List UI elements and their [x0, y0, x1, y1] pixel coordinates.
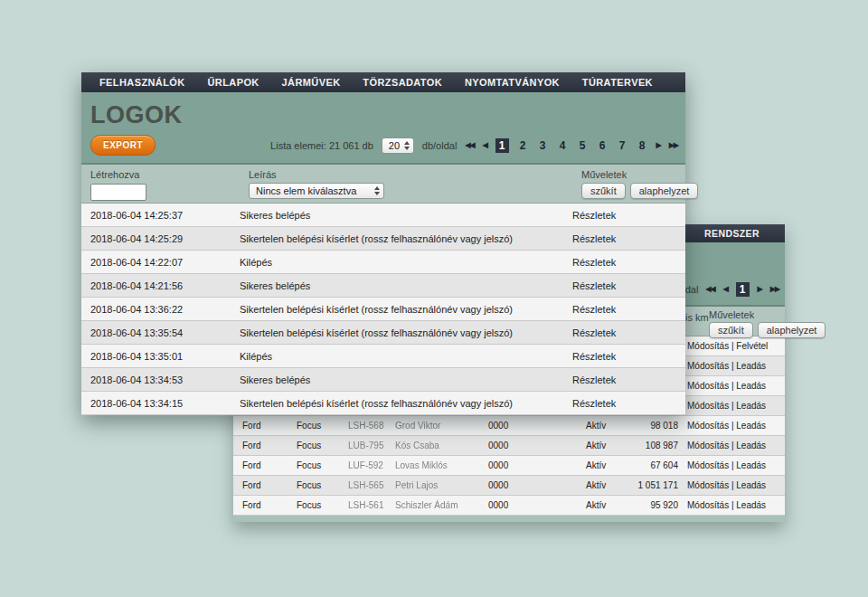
table-row: FordFocusLUB-795Kós Csaba0000Aktív108 98… — [233, 436, 785, 456]
row-action-link[interactable]: Módosítás | Leadás — [678, 500, 785, 510]
row-action-link[interactable]: Módosítás | Leadás — [678, 381, 785, 391]
per-page-label: db/oldal — [422, 140, 458, 151]
header-controls: EXPORT Lista elemei: 21 061 db 20 db/old… — [81, 135, 685, 156]
code-cell: 0000 — [488, 500, 586, 510]
created-cell: 2018-06-04 14:25:29 — [81, 233, 240, 244]
back-filter-actions: Műveletek szűkít alaphelyzet — [709, 309, 826, 338]
code-cell: 0000 — [488, 460, 586, 470]
created-cell: 2018-06-04 14:25:37 — [81, 210, 240, 221]
model-cell: Focus — [297, 480, 348, 490]
table-row: FordFocusLSH-565Petri Lajos0000Aktív1 05… — [233, 476, 785, 496]
table-row: 2018-06-04 13:34:53Sikeres belépésRészle… — [81, 368, 685, 392]
created-cell: 2018-06-04 13:34:15 — [81, 398, 240, 409]
last-page-icon[interactable]: ▶▶ — [669, 142, 678, 149]
description-filter-label: Leírás — [249, 169, 384, 180]
next-page-icon[interactable]: ▶ — [758, 286, 762, 293]
per-page-select[interactable]: 20 — [382, 137, 414, 154]
make-cell: Ford — [233, 421, 297, 431]
description-cell: Sikertelen belépési kísérlet (rossz felh… — [240, 304, 572, 315]
prev-page-icon[interactable]: ◀ — [723, 286, 728, 293]
row-action-link[interactable]: Módosítás | Felvétel — [678, 341, 785, 351]
prev-page-icon[interactable]: ◀ — [483, 142, 487, 149]
page-number-2[interactable]: 2 — [517, 139, 529, 152]
table-row: 2018-06-04 14:22:07KilépésRészletek — [81, 251, 685, 274]
row-action-link[interactable]: Módosítás | Leadás — [678, 460, 785, 470]
name-cell: Kós Csaba — [395, 441, 488, 450]
page-number-3[interactable]: 3 — [537, 139, 549, 152]
page-number-5[interactable]: 5 — [577, 139, 589, 152]
filter-bar: Létrehozva Leírás Nincs elem kiválasztva… — [81, 163, 685, 203]
row-action-link[interactable]: Módosítás | Leadás — [678, 421, 785, 431]
name-cell: Grod Viktor — [395, 421, 488, 431]
make-cell: Ford — [233, 480, 297, 490]
make-cell: Ford — [233, 500, 297, 510]
details-link[interactable]: Részletek — [572, 351, 685, 362]
row-action-link[interactable]: Módosítás | Leadás — [678, 361, 785, 371]
description-filter-select[interactable]: Nincs elem kiválasztva — [249, 183, 384, 199]
first-page-icon[interactable]: ◀◀ — [465, 142, 474, 149]
back-narrow-button[interactable]: szűkít — [709, 322, 753, 338]
code-cell: 0000 — [488, 441, 586, 450]
details-link[interactable]: Részletek — [572, 257, 685, 268]
narrow-button[interactable]: szűkít — [581, 183, 626, 199]
km-cell: 98 018 — [627, 421, 678, 431]
description-cell: Kilépés — [240, 351, 572, 362]
details-link[interactable]: Részletek — [572, 398, 685, 409]
per-page-value: 20 — [389, 140, 400, 151]
plate-cell: LUB-795 — [348, 441, 395, 450]
row-action-link[interactable]: Módosítás | Leadás — [678, 401, 785, 411]
nav-item-jarmuvek[interactable]: JÁRMŰVEK — [282, 77, 341, 88]
pagination: ◀◀ ◀ 1 2 3 4 5 6 7 8 ▶ ▶▶ — [465, 138, 678, 153]
last-page-icon[interactable]: ▶▶ — [770, 286, 779, 293]
details-link[interactable]: Részletek — [572, 210, 685, 221]
page-number-1[interactable]: 1 — [495, 138, 509, 153]
back-reset-button[interactable]: alaphelyzet — [758, 322, 826, 338]
nav-item-turatervek[interactable]: TÚRATERVEK — [582, 77, 653, 88]
details-link[interactable]: Részletek — [572, 327, 685, 338]
model-cell: Focus — [297, 460, 348, 470]
model-cell: Focus — [297, 421, 348, 431]
name-cell: Lovas Miklós — [395, 460, 488, 470]
details-link[interactable]: Részletek — [572, 374, 685, 385]
first-page-icon[interactable]: ◀◀ — [705, 286, 714, 293]
created-filter-input[interactable] — [90, 184, 146, 201]
table-row: 2018-06-04 14:25:37Sikeres belépésRészle… — [81, 204, 685, 227]
page-number-6[interactable]: 6 — [597, 139, 609, 152]
next-page-icon[interactable]: ▶ — [656, 142, 661, 149]
km-cell: 108 987 — [627, 441, 678, 450]
nav-item-nyomtatvanyok[interactable]: NYOMTATVÁNYOK — [465, 77, 560, 88]
km-cell: 67 604 — [627, 460, 678, 470]
row-action-link[interactable]: Módosítás | Leadás — [678, 480, 785, 490]
description-cell: Kilépés — [240, 257, 572, 268]
page-title: LOGOK — [90, 101, 183, 129]
description-cell: Sikertelen belépési kísérlet (rossz felh… — [240, 327, 572, 338]
code-cell: 0000 — [488, 421, 586, 431]
details-link[interactable]: Részletek — [572, 233, 685, 244]
page-number-8[interactable]: 8 — [637, 139, 648, 152]
page-number-7[interactable]: 7 — [617, 139, 628, 152]
nav-item-rendszer[interactable]: RENDSZER — [704, 228, 760, 239]
nav-item-felhasznalok[interactable]: FELHASZNÁLÓK — [99, 77, 185, 88]
model-cell: Focus — [297, 500, 348, 510]
reset-button[interactable]: alaphelyzet — [630, 183, 699, 199]
table-row: 2018-06-04 13:34:15Sikertelen belépési k… — [81, 392, 685, 415]
actions-filter-group: Műveletek szűkít alaphelyzet — [581, 169, 698, 199]
nav-item-torzsadatok[interactable]: TÖRZSADATOK — [363, 77, 442, 88]
details-link[interactable]: Részletek — [572, 304, 685, 315]
plate-cell: LSH-561 — [348, 500, 395, 510]
nav-item-urlapok[interactable]: ŰRLAPOK — [208, 77, 259, 88]
back-pagination: ◀◀ ◀ 1 ▶ ▶▶ — [705, 282, 779, 297]
code-cell: 0000 — [488, 480, 586, 490]
created-filter-group: Létrehozva — [90, 169, 146, 201]
back-page-1[interactable]: 1 — [736, 282, 750, 297]
row-action-link[interactable]: Módosítás | Leadás — [678, 441, 785, 450]
table-row: 2018-06-04 14:21:56Sikeres belépésRészle… — [81, 274, 685, 298]
logs-table: 2018-06-04 14:25:37Sikeres belépésRészle… — [81, 203, 685, 415]
page-number-4[interactable]: 4 — [557, 139, 569, 152]
km-cell: 1 051 171 — [627, 480, 678, 490]
logs-window: FELHASZNÁLÓK ŰRLAPOK JÁRMŰVEK TÖRZSADATO… — [81, 72, 685, 415]
export-button[interactable]: EXPORT — [90, 135, 156, 156]
details-link[interactable]: Részletek — [572, 280, 685, 291]
description-cell: Sikeres belépés — [240, 374, 572, 385]
back-km-filter-label: is km — [685, 312, 709, 323]
